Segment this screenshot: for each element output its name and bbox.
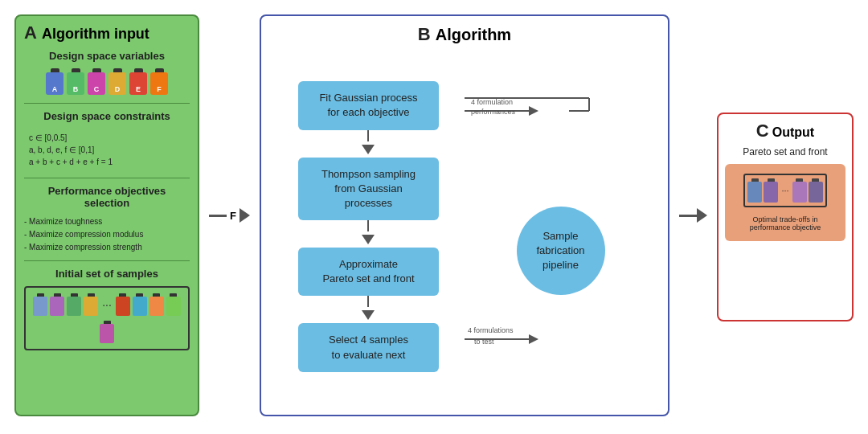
pareto-title: Pareto set and front (743, 146, 827, 158)
divider3 (24, 260, 190, 261)
arrow-down1 (362, 145, 375, 154)
obj2: - Maximize compression modulus (24, 228, 190, 241)
initial-samples-box: ··· (24, 286, 190, 350)
pareto-content: ··· Optimal trade-offs in performance ob… (725, 164, 845, 241)
svg-text:4 formulation: 4 formulation (471, 98, 513, 106)
svg-marker-1 (529, 106, 538, 116)
arrow-down2 (362, 235, 375, 244)
svg-text:performances: performances (471, 108, 516, 116)
algo-content: Fit Gaussian process for each objective … (272, 47, 657, 407)
constraint1: c ∈ [0,0.5] (29, 132, 185, 144)
panel-c-label: C (756, 121, 769, 141)
pareto-bottle-2 (792, 178, 807, 203)
initial-bottle-4 (116, 293, 130, 316)
divider1 (24, 103, 190, 104)
f-label: F (230, 210, 236, 222)
bottle-c: C (88, 68, 105, 95)
bracket-box: ··· (743, 174, 826, 207)
initial-bottle-3 (84, 293, 98, 316)
arrow-down3 (362, 310, 375, 320)
arrow-v3 (367, 296, 369, 307)
bottle-a: A (46, 68, 63, 95)
arrow-v2 (367, 220, 369, 231)
obj1: - Maximize toughness (24, 215, 190, 228)
section-objectives: Performance objectives selection (24, 185, 190, 209)
pareto-bottle-1 (764, 178, 778, 203)
initial-bottle-5 (133, 293, 147, 316)
section-initial-samples: Initial set of samples (24, 268, 190, 280)
feedback-svg: 4 formulation performances 4 formulation… (465, 74, 593, 379)
arrow-head-ab (240, 208, 250, 223)
flow-box-2: Thompson sampling from Gaussian processe… (298, 158, 439, 221)
panel-b-label: B (418, 24, 431, 45)
bottle-f: F (150, 68, 168, 95)
flow-box-4: Select 4 samples to evaluate next (298, 323, 439, 371)
section-design-vars: Design space variables (24, 50, 190, 62)
panel-a: A Algorithm input Design space variables… (14, 14, 199, 416)
initial-bottle-7 (166, 293, 181, 316)
initial-bottle-6 (149, 293, 164, 316)
bottle-e: E (129, 68, 147, 95)
arrow-line-bc (679, 215, 697, 217)
svg-text:to test: to test (474, 338, 494, 346)
objectives-box: - Maximize toughness - Maximize compress… (24, 215, 190, 254)
panel-c: C Output Pareto set and front ··· Optima… (717, 113, 854, 321)
arrow-v1 (367, 130, 369, 141)
constraints-box: c ∈ [0,0.5] a, b, d, e, f ∈ [0,1] a + b … (24, 129, 190, 171)
arrow-line-ab (209, 215, 227, 217)
main-container: A Algorithm input Design space variables… (8, 8, 860, 426)
initial-bottle-0 (33, 293, 47, 316)
constraint2: a, b, d, e, f ∈ [0,1] (29, 144, 185, 156)
initial-bottle-8 (100, 321, 114, 343)
pareto-bottles-row: ··· (743, 174, 826, 207)
pareto-bottle-3 (809, 178, 823, 203)
divider2 (24, 178, 190, 178)
panel-c-title: Output (772, 125, 814, 140)
constraint3: a + b + c + d + e + f = 1 (29, 156, 185, 168)
initial-bottle-2 (67, 293, 81, 316)
flow-box-3: Approximate Pareto set and front (298, 248, 439, 296)
bottle-b: B (67, 68, 84, 95)
initial-bottle-1 (50, 293, 64, 316)
flow-column: Fit Gaussian process for each objective … (272, 81, 465, 372)
panel-a-title: Algorithm input (42, 26, 149, 43)
flow-box-1: Fit Gaussian process for each objective (298, 81, 439, 129)
pareto-label: Optimal trade-offs in performance object… (750, 215, 821, 231)
svg-text:4 formulations: 4 formulations (468, 326, 514, 334)
arrow-b-to-c (679, 14, 707, 416)
bottle-d: D (108, 68, 126, 95)
section-constraints: Design space constraints (24, 110, 190, 122)
panel-b-title: Algorithm (436, 26, 511, 44)
svg-marker-9 (529, 334, 538, 344)
obj3: - Maximize compression strength (24, 241, 190, 254)
design-bottles-row: ABCDEF (24, 68, 190, 95)
panel-b: B Algorithm Fit Gaussian process for eac… (260, 14, 669, 416)
pareto-bottle-0 (747, 178, 762, 203)
arrow-a-to-b: F (209, 14, 250, 416)
arrow-head-bc (697, 208, 707, 223)
panel-a-label: A (24, 23, 37, 43)
